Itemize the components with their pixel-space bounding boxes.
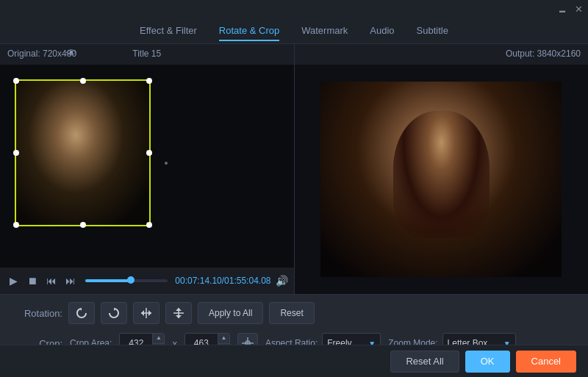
- cancel-button[interactable]: Cancel: [516, 351, 576, 373]
- output-label: Output: 3840x2160: [506, 49, 581, 59]
- tab-rotate-crop[interactable]: Rotate & Crop: [219, 21, 279, 40]
- reset-button[interactable]: Reset: [269, 302, 314, 324]
- prev-button[interactable]: ⏮: [44, 273, 59, 288]
- progress-fill: [85, 279, 131, 282]
- left-video-panel: Original: 720x480 👁 Title 15: [0, 44, 295, 294]
- tab-subtitle[interactable]: Subtitle: [417, 21, 448, 40]
- rotation-row: Rotation: Apply to All R: [15, 302, 573, 324]
- crop-width-increment[interactable]: ▲: [152, 334, 164, 344]
- tab-audio[interactable]: Audio: [370, 21, 394, 40]
- reset-all-button[interactable]: Reset All: [390, 351, 459, 373]
- close-button[interactable]: ✕: [573, 4, 584, 14]
- stop-button[interactable]: ⏹: [25, 273, 40, 288]
- rotate-ccw-button[interactable]: [68, 302, 95, 324]
- volume-icon[interactable]: 🔊: [276, 275, 288, 287]
- play-button[interactable]: ▶: [6, 273, 21, 288]
- tab-bar: Effect & Filter Rotate & Crop Watermark …: [0, 18, 588, 44]
- flip-vertical-button[interactable]: [165, 302, 192, 324]
- progress-thumb: [127, 276, 135, 284]
- apply-to-all-button[interactable]: Apply to All: [198, 302, 263, 324]
- next-button[interactable]: ⏭: [63, 273, 78, 288]
- tab-watermark[interactable]: Watermark: [301, 21, 348, 40]
- footer: Reset All OK Cancel: [0, 345, 588, 377]
- flip-horizontal-button[interactable]: [133, 302, 159, 324]
- player-controls: ▶ ⏹ ⏮ ⏭ 00:07:14.10/01:55:04.08 🔊: [0, 268, 294, 294]
- left-video-area: [0, 65, 294, 268]
- title-bar: 🗕 ✕: [0, 0, 588, 18]
- eye-icon[interactable]: 👁: [66, 47, 76, 59]
- crop-height-increment[interactable]: ▲: [218, 334, 229, 344]
- rotate-cw-button[interactable]: [101, 302, 127, 324]
- time-display: 00:07:14.10/01:55:04.08: [175, 276, 270, 286]
- ok-button[interactable]: OK: [465, 351, 510, 373]
- right-video-area: [295, 65, 589, 294]
- main-panel: Original: 720x480 👁 Title 15: [0, 44, 588, 294]
- right-video-panel: Output: 3840x2160: [295, 44, 589, 294]
- progress-bar[interactable]: [85, 279, 168, 282]
- tab-effect-filter[interactable]: Effect & Filter: [140, 21, 197, 40]
- rotation-label: Rotation:: [15, 308, 62, 319]
- title-label: Title 15: [132, 49, 161, 59]
- minimize-button[interactable]: 🗕: [557, 4, 567, 14]
- left-video-thumb: [15, 79, 151, 226]
- right-video-content: [320, 82, 562, 276]
